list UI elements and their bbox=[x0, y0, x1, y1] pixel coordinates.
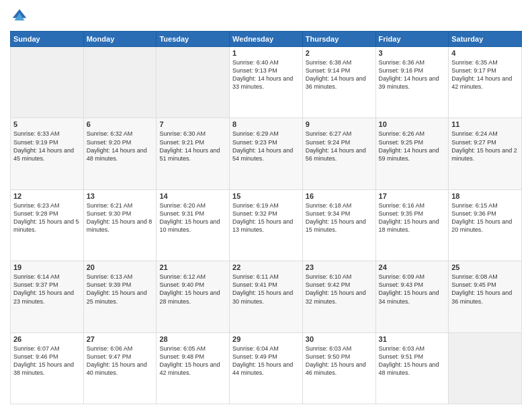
day-number: 16 bbox=[306, 192, 373, 200]
day-number: 5 bbox=[13, 120, 81, 128]
day-info: Sunrise: 6:07 AM Sunset: 9:46 PM Dayligh… bbox=[13, 345, 81, 377]
day-number: 15 bbox=[232, 192, 300, 200]
day-info: Sunrise: 6:23 AM Sunset: 9:28 PM Dayligh… bbox=[13, 201, 81, 234]
calendar-cell bbox=[449, 332, 522, 404]
day-number: 19 bbox=[13, 263, 81, 271]
day-number: 28 bbox=[159, 335, 226, 343]
calendar-cell: 11Sunrise: 6:24 AM Sunset: 9:27 PM Dayli… bbox=[449, 118, 522, 189]
day-info: Sunrise: 6:14 AM Sunset: 9:37 PM Dayligh… bbox=[13, 273, 81, 306]
day-info: Sunrise: 6:33 AM Sunset: 9:19 PM Dayligh… bbox=[13, 130, 81, 163]
week-row-2: 5Sunrise: 6:33 AM Sunset: 9:19 PM Daylig… bbox=[11, 118, 522, 189]
logo bbox=[10, 7, 32, 26]
calendar-cell: 18Sunrise: 6:15 AM Sunset: 9:36 PM Dayli… bbox=[449, 189, 522, 261]
day-info: Sunrise: 6:18 AM Sunset: 9:34 PM Dayligh… bbox=[306, 201, 373, 234]
day-number: 18 bbox=[451, 192, 519, 200]
weekday-header-saturday: Saturday bbox=[449, 32, 522, 47]
calendar-cell: 22Sunrise: 6:11 AM Sunset: 9:41 PM Dayli… bbox=[230, 261, 303, 332]
calendar-cell bbox=[83, 47, 157, 118]
calendar-cell: 6Sunrise: 6:32 AM Sunset: 9:20 PM Daylig… bbox=[83, 118, 157, 189]
calendar-cell: 7Sunrise: 6:30 AM Sunset: 9:21 PM Daylig… bbox=[157, 118, 230, 189]
calendar-table: SundayMondayTuesdayWednesdayThursdayFrid… bbox=[10, 31, 522, 404]
calendar-cell: 3Sunrise: 6:36 AM Sunset: 9:16 PM Daylig… bbox=[375, 47, 449, 118]
calendar-cell: 27Sunrise: 6:06 AM Sunset: 9:47 PM Dayli… bbox=[83, 332, 157, 404]
day-info: Sunrise: 6:32 AM Sunset: 9:20 PM Dayligh… bbox=[87, 130, 154, 163]
day-info: Sunrise: 6:27 AM Sunset: 9:24 PM Dayligh… bbox=[306, 130, 373, 163]
day-number: 23 bbox=[306, 263, 373, 271]
week-row-5: 26Sunrise: 6:07 AM Sunset: 9:46 PM Dayli… bbox=[11, 332, 522, 404]
weekday-header-thursday: Thursday bbox=[302, 32, 375, 47]
day-number: 6 bbox=[87, 120, 154, 128]
day-number: 26 bbox=[13, 335, 81, 343]
weekday-header-friday: Friday bbox=[375, 32, 449, 47]
calendar-cell: 30Sunrise: 6:03 AM Sunset: 9:50 PM Dayli… bbox=[302, 332, 375, 404]
calendar-cell bbox=[157, 47, 230, 118]
calendar-cell: 24Sunrise: 6:09 AM Sunset: 9:43 PM Dayli… bbox=[375, 261, 449, 332]
day-info: Sunrise: 6:35 AM Sunset: 9:17 PM Dayligh… bbox=[451, 58, 519, 91]
day-info: Sunrise: 6:15 AM Sunset: 9:36 PM Dayligh… bbox=[451, 201, 519, 234]
calendar-cell: 20Sunrise: 6:13 AM Sunset: 9:39 PM Dayli… bbox=[83, 261, 157, 332]
calendar-cell: 21Sunrise: 6:12 AM Sunset: 9:40 PM Dayli… bbox=[157, 261, 230, 332]
day-info: Sunrise: 6:03 AM Sunset: 9:51 PM Dayligh… bbox=[379, 345, 446, 377]
day-number: 20 bbox=[87, 263, 154, 271]
calendar-cell: 19Sunrise: 6:14 AM Sunset: 9:37 PM Dayli… bbox=[11, 261, 84, 332]
day-info: Sunrise: 6:05 AM Sunset: 9:48 PM Dayligh… bbox=[159, 345, 226, 377]
day-info: Sunrise: 6:24 AM Sunset: 9:27 PM Dayligh… bbox=[451, 130, 519, 163]
calendar-cell: 29Sunrise: 6:04 AM Sunset: 9:49 PM Dayli… bbox=[230, 332, 303, 404]
day-number: 13 bbox=[87, 192, 154, 200]
day-number: 24 bbox=[379, 263, 446, 271]
day-number: 17 bbox=[379, 192, 446, 200]
day-info: Sunrise: 6:20 AM Sunset: 9:31 PM Dayligh… bbox=[159, 201, 226, 234]
weekday-header-tuesday: Tuesday bbox=[157, 32, 230, 47]
weekday-header-monday: Monday bbox=[83, 32, 157, 47]
day-number: 7 bbox=[159, 120, 226, 128]
day-info: Sunrise: 6:16 AM Sunset: 9:35 PM Dayligh… bbox=[379, 201, 446, 234]
day-info: Sunrise: 6:19 AM Sunset: 9:32 PM Dayligh… bbox=[232, 201, 300, 234]
week-row-1: 1Sunrise: 6:40 AM Sunset: 9:13 PM Daylig… bbox=[11, 47, 522, 118]
calendar-cell: 8Sunrise: 6:29 AM Sunset: 9:23 PM Daylig… bbox=[230, 118, 303, 189]
week-row-4: 19Sunrise: 6:14 AM Sunset: 9:37 PM Dayli… bbox=[11, 261, 522, 332]
day-number: 31 bbox=[379, 335, 446, 343]
day-info: Sunrise: 6:26 AM Sunset: 9:25 PM Dayligh… bbox=[379, 130, 446, 163]
day-info: Sunrise: 6:36 AM Sunset: 9:16 PM Dayligh… bbox=[379, 58, 446, 91]
calendar-cell: 28Sunrise: 6:05 AM Sunset: 9:48 PM Dayli… bbox=[157, 332, 230, 404]
day-number: 12 bbox=[13, 192, 81, 200]
calendar-cell: 13Sunrise: 6:21 AM Sunset: 9:30 PM Dayli… bbox=[83, 189, 157, 261]
day-number: 3 bbox=[379, 49, 446, 57]
day-number: 1 bbox=[232, 49, 300, 57]
calendar-cell: 2Sunrise: 6:38 AM Sunset: 9:14 PM Daylig… bbox=[302, 47, 375, 118]
day-number: 25 bbox=[451, 263, 519, 271]
calendar-cell: 15Sunrise: 6:19 AM Sunset: 9:32 PM Dayli… bbox=[230, 189, 303, 261]
day-info: Sunrise: 6:03 AM Sunset: 9:50 PM Dayligh… bbox=[306, 345, 373, 377]
calendar-cell: 4Sunrise: 6:35 AM Sunset: 9:17 PM Daylig… bbox=[449, 47, 522, 118]
day-info: Sunrise: 6:08 AM Sunset: 9:45 PM Dayligh… bbox=[451, 273, 519, 306]
day-number: 8 bbox=[232, 120, 300, 128]
day-info: Sunrise: 6:21 AM Sunset: 9:30 PM Dayligh… bbox=[87, 201, 154, 234]
calendar-cell: 1Sunrise: 6:40 AM Sunset: 9:13 PM Daylig… bbox=[230, 47, 303, 118]
calendar-cell: 12Sunrise: 6:23 AM Sunset: 9:28 PM Dayli… bbox=[11, 189, 84, 261]
page: SundayMondayTuesdayWednesdayThursdayFrid… bbox=[0, 0, 532, 411]
weekday-header-sunday: Sunday bbox=[11, 32, 84, 47]
day-number: 14 bbox=[159, 192, 226, 200]
day-info: Sunrise: 6:06 AM Sunset: 9:47 PM Dayligh… bbox=[87, 345, 154, 377]
day-number: 10 bbox=[379, 120, 446, 128]
day-info: Sunrise: 6:09 AM Sunset: 9:43 PM Dayligh… bbox=[379, 273, 446, 306]
calendar-cell: 17Sunrise: 6:16 AM Sunset: 9:35 PM Dayli… bbox=[375, 189, 449, 261]
day-info: Sunrise: 6:38 AM Sunset: 9:14 PM Dayligh… bbox=[306, 58, 373, 91]
day-info: Sunrise: 6:12 AM Sunset: 9:40 PM Dayligh… bbox=[159, 273, 226, 306]
day-info: Sunrise: 6:40 AM Sunset: 9:13 PM Dayligh… bbox=[232, 58, 300, 91]
calendar-cell: 5Sunrise: 6:33 AM Sunset: 9:19 PM Daylig… bbox=[11, 118, 84, 189]
day-info: Sunrise: 6:04 AM Sunset: 9:49 PM Dayligh… bbox=[232, 345, 300, 377]
weekday-header-wednesday: Wednesday bbox=[230, 32, 303, 47]
weekday-header-row: SundayMondayTuesdayWednesdayThursdayFrid… bbox=[11, 32, 522, 47]
day-number: 11 bbox=[451, 120, 519, 128]
logo-icon bbox=[10, 7, 29, 26]
day-number: 2 bbox=[306, 49, 373, 57]
day-info: Sunrise: 6:13 AM Sunset: 9:39 PM Dayligh… bbox=[87, 273, 154, 306]
calendar-cell: 9Sunrise: 6:27 AM Sunset: 9:24 PM Daylig… bbox=[302, 118, 375, 189]
calendar-cell: 23Sunrise: 6:10 AM Sunset: 9:42 PM Dayli… bbox=[302, 261, 375, 332]
calendar-cell bbox=[11, 47, 84, 118]
calendar-cell: 14Sunrise: 6:20 AM Sunset: 9:31 PM Dayli… bbox=[157, 189, 230, 261]
day-info: Sunrise: 6:11 AM Sunset: 9:41 PM Dayligh… bbox=[232, 273, 300, 306]
calendar-cell: 25Sunrise: 6:08 AM Sunset: 9:45 PM Dayli… bbox=[449, 261, 522, 332]
day-info: Sunrise: 6:29 AM Sunset: 9:23 PM Dayligh… bbox=[232, 130, 300, 163]
